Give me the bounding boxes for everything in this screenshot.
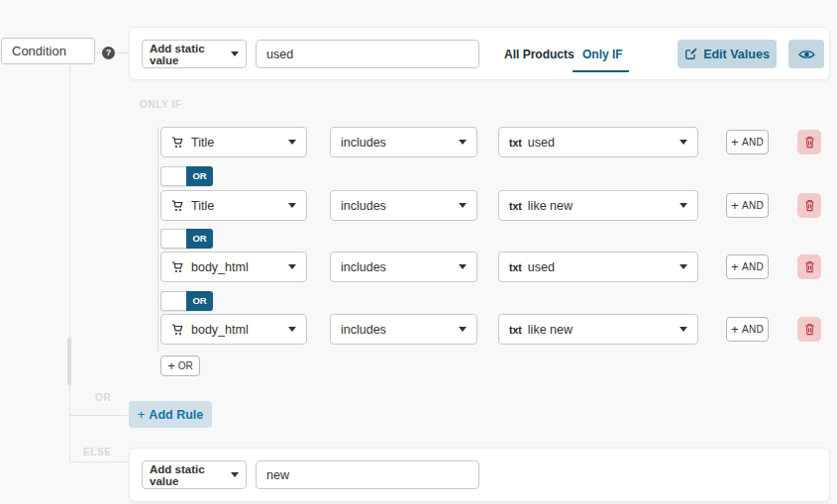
add-static-value-label: Add static value <box>150 463 231 487</box>
rules-group-line <box>157 127 158 352</box>
else-branch-label: ELSE <box>83 447 112 457</box>
toggle-or-side: OR <box>186 291 213 311</box>
operator-label: includes <box>341 136 386 150</box>
value-dropdown[interactable]: txt used <box>498 127 698 157</box>
tree-vertical-line <box>69 63 70 462</box>
or-branch-label: OR <box>95 392 111 403</box>
tab-only-if[interactable]: Only IF <box>582 48 623 61</box>
field-dropdown[interactable]: body_html <box>160 252 307 282</box>
chevron-down-icon <box>459 203 467 208</box>
trash-icon <box>804 260 815 273</box>
value-type-badge: txt <box>509 200 522 212</box>
field-dropdown[interactable]: body_html <box>160 314 307 345</box>
toggle-or-side: OR <box>186 229 213 249</box>
edit-values-button[interactable]: Edit Values <box>678 40 777 68</box>
add-and-button[interactable]: + AND <box>726 317 769 342</box>
chevron-down-icon <box>231 472 239 477</box>
condition-node: Condition <box>1 38 95 64</box>
tree-branch-else <box>69 461 129 462</box>
condition-label: Condition <box>12 44 66 58</box>
chevron-down-icon <box>680 203 687 208</box>
chevron-down-icon <box>680 140 687 145</box>
active-tab-underline <box>573 70 629 72</box>
field-label: Title <box>191 199 214 213</box>
scrollbar-thumb[interactable] <box>67 338 71 385</box>
toggle-or-side: OR <box>186 166 213 186</box>
value-dropdown[interactable]: txt like new <box>498 190 698 221</box>
operator-label: includes <box>341 199 386 213</box>
value-type-badge: txt <box>509 324 522 336</box>
toggle-and-side <box>160 166 186 186</box>
field-label: body_html <box>191 260 249 274</box>
operator-dropdown[interactable]: includes <box>330 252 477 282</box>
cart-icon <box>171 261 184 273</box>
add-or-button[interactable]: + OR <box>160 355 200 376</box>
operator-dropdown[interactable]: includes <box>330 190 477 221</box>
delete-rule-button[interactable] <box>797 317 821 342</box>
if-value-panel: Add static value All Products Only IF Ed… <box>129 27 830 80</box>
chevron-down-icon <box>288 264 296 269</box>
field-dropdown[interactable]: Title <box>160 127 307 157</box>
add-static-value-dropdown[interactable]: Add static value <box>142 40 247 68</box>
trash-icon <box>804 323 815 336</box>
field-dropdown[interactable]: Title <box>160 190 307 221</box>
value-type-badge: txt <box>509 261 522 273</box>
else-value-panel: Add static value <box>129 448 830 502</box>
cart-icon <box>171 324 184 336</box>
add-static-value-label: Add static value <box>150 43 231 66</box>
chevron-down-icon <box>680 327 687 332</box>
add-rule-button[interactable]: + Add Rule <box>129 401 212 428</box>
delete-rule-button[interactable] <box>797 130 821 154</box>
value-label: like new <box>528 199 573 213</box>
chevron-down-icon <box>288 140 296 145</box>
field-label: body_html <box>191 323 249 337</box>
value-label: like new <box>528 323 573 337</box>
toggle-and-side <box>160 291 186 311</box>
chevron-down-icon <box>459 327 467 332</box>
chevron-down-icon <box>288 327 296 332</box>
chevron-down-icon <box>459 264 467 269</box>
operator-label: includes <box>341 260 386 274</box>
trash-icon <box>804 199 815 212</box>
value-dropdown[interactable]: txt used <box>498 252 698 282</box>
add-static-value-dropdown[interactable]: Add static value <box>142 460 247 489</box>
eye-icon <box>798 49 815 60</box>
and-or-toggle[interactable]: OR <box>160 229 213 249</box>
and-or-toggle[interactable]: OR <box>160 166 213 186</box>
operator-dropdown[interactable]: includes <box>330 314 477 345</box>
value-type-badge: txt <box>509 137 522 149</box>
field-label: Title <box>191 136 214 150</box>
rule-row: Title includes txt like new + AND <box>160 190 824 221</box>
rule-row: body_html includes txt used + AND <box>160 252 824 282</box>
chevron-down-icon <box>459 140 467 145</box>
edit-values-label: Edit Values <box>703 48 770 61</box>
delete-rule-button[interactable] <box>797 193 821 218</box>
chevron-down-icon <box>288 203 296 208</box>
and-or-toggle[interactable]: OR <box>160 291 213 311</box>
value-label: used <box>528 136 555 150</box>
chevron-down-icon <box>680 264 687 269</box>
cart-icon <box>171 200 184 212</box>
trash-icon <box>804 136 815 149</box>
else-value-input[interactable] <box>256 460 479 489</box>
value-dropdown[interactable]: txt like new <box>498 314 698 345</box>
tree-branch-or <box>69 415 129 416</box>
chevron-down-icon <box>231 51 239 56</box>
preview-button[interactable] <box>788 40 824 68</box>
add-and-button[interactable]: + AND <box>726 254 769 279</box>
if-value-input[interactable] <box>256 40 479 68</box>
operator-label: includes <box>341 323 386 337</box>
add-and-button[interactable]: + AND <box>726 193 769 218</box>
cart-icon <box>171 137 184 149</box>
operator-dropdown[interactable]: includes <box>330 127 477 157</box>
value-label: used <box>528 260 555 274</box>
delete-rule-button[interactable] <box>797 254 821 279</box>
toggle-and-side <box>160 229 186 249</box>
edit-pencil-icon <box>684 48 697 60</box>
add-and-button[interactable]: + AND <box>726 130 769 154</box>
rule-row: body_html includes txt like new + AND <box>160 314 824 345</box>
help-icon[interactable]: ? <box>102 47 115 59</box>
tab-all-products[interactable]: All Products <box>504 48 575 61</box>
rule-row: Title includes txt used + AND <box>160 127 824 157</box>
only-if-section-label: ONLY IF <box>140 99 182 110</box>
